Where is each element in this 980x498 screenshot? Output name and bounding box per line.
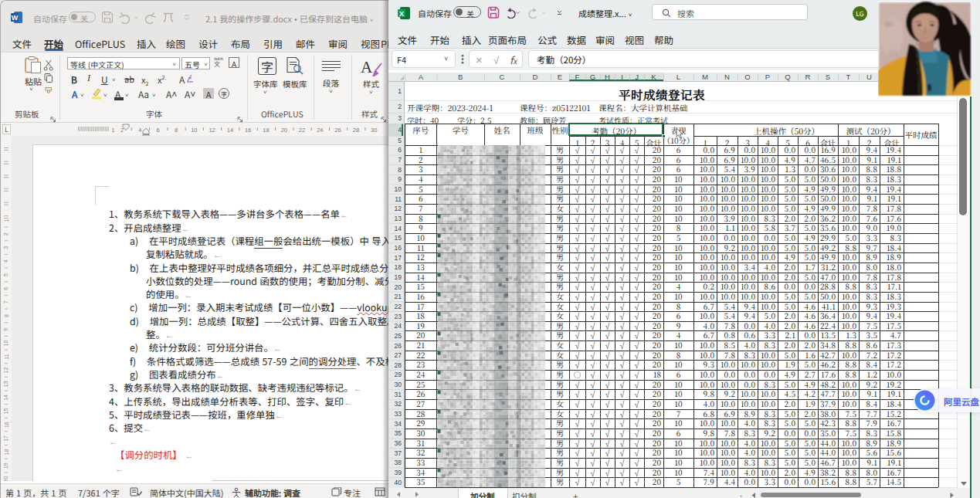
svg-text:22: 22 <box>299 127 305 134</box>
svg-text:16: 16 <box>4 422 9 428</box>
svg-text:1: 1 <box>111 127 114 134</box>
svg-text:24: 24 <box>317 127 323 134</box>
svg-text:8: 8 <box>4 314 9 317</box>
svg-text:2: 2 <box>4 232 9 235</box>
svg-text:11: 11 <box>4 354 9 359</box>
svg-text:10: 10 <box>191 127 197 134</box>
svg-text:14: 14 <box>227 127 233 134</box>
svg-text:3: 3 <box>4 246 9 249</box>
svg-text:18: 18 <box>263 127 269 134</box>
svg-text:16: 16 <box>245 127 251 134</box>
svg-text:20: 20 <box>4 476 9 481</box>
svg-text:4: 4 <box>138 127 141 134</box>
svg-text:15: 15 <box>4 408 9 415</box>
svg-text:8: 8 <box>175 127 178 134</box>
svg-text:A: A <box>361 58 373 76</box>
svg-text:12: 12 <box>209 127 215 134</box>
svg-text:19: 19 <box>4 462 9 469</box>
svg-text:20: 20 <box>281 127 287 134</box>
svg-text:6: 6 <box>3 287 8 290</box>
svg-text:30: 30 <box>371 127 377 134</box>
svg-text:17: 17 <box>4 435 9 442</box>
svg-text:26: 26 <box>334 127 341 134</box>
svg-text:9: 9 <box>4 328 9 331</box>
svg-text:18: 18 <box>4 449 9 456</box>
svg-text:12: 12 <box>4 368 9 374</box>
svg-text:10: 10 <box>4 340 9 346</box>
svg-text:7: 7 <box>4 300 9 303</box>
svg-text:14: 14 <box>4 395 9 401</box>
svg-text:1: 1 <box>4 219 9 222</box>
svg-text:4: 4 <box>4 259 9 263</box>
svg-text:13: 13 <box>4 381 9 387</box>
svg-text:28: 28 <box>353 127 359 134</box>
svg-text:5: 5 <box>4 273 9 276</box>
svg-text:W: W <box>12 14 19 22</box>
svg-text:6: 6 <box>157 127 160 134</box>
